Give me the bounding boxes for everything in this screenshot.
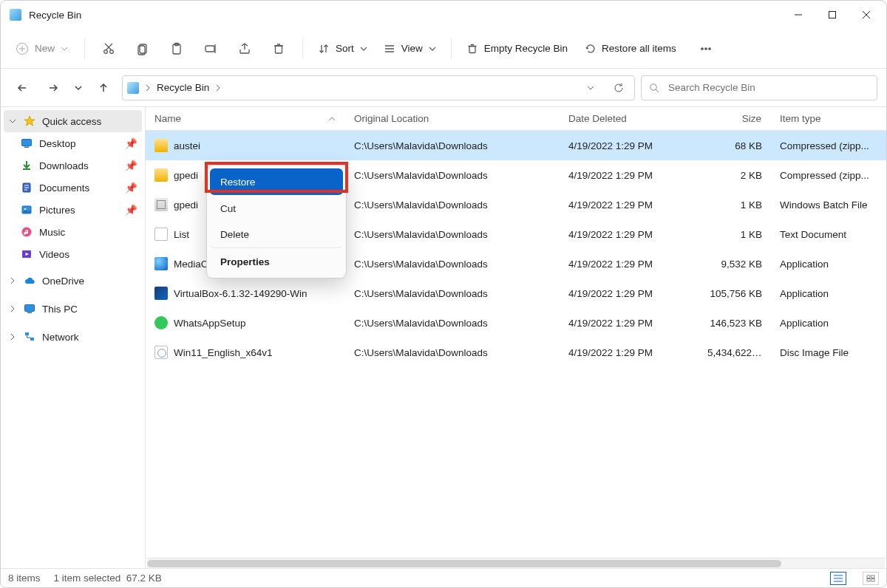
file-size: 68 KB [699, 140, 771, 151]
sidebar-item-label: Videos [39, 249, 69, 260]
column-headers: Name Original Location Date Deleted Size… [146, 107, 886, 131]
status-selection-size: 67.2 KB [126, 572, 162, 584]
file-name: austei [174, 140, 200, 151]
file-date-deleted: 4/19/2022 1:29 PM [560, 140, 699, 151]
toolbar: New Sort View Empty Recycle Bin Restore … [1, 29, 886, 69]
svg-rect-56 [871, 575, 874, 578]
new-button[interactable]: New [8, 38, 75, 60]
context-menu-delete[interactable]: Delete [210, 222, 343, 248]
maximize-button[interactable] [815, 3, 849, 27]
file-icon [154, 257, 168, 270]
table-row[interactable]: WhatsAppSetupC:\Users\Malavida\Downloads… [146, 308, 886, 338]
sidebar-item-this-pc[interactable]: This PC [4, 298, 142, 320]
file-icon [154, 228, 168, 241]
star-icon [23, 114, 36, 128]
svg-point-27 [704, 47, 706, 49]
titlebar: Recycle Bin [1, 1, 886, 29]
sidebar-item-network[interactable]: Network [4, 326, 142, 348]
context-menu-properties[interactable]: Properties [210, 248, 343, 275]
search-input[interactable] [667, 81, 869, 94]
rename-button[interactable] [196, 34, 225, 64]
horizontal-scrollbar[interactable] [147, 558, 885, 568]
sidebar-item-downloads[interactable]: Downloads 📌 [16, 154, 142, 177]
file-name: gpedi [174, 199, 198, 211]
address-history-button[interactable] [580, 77, 602, 99]
column-header-label: Size [742, 113, 761, 124]
sidebar-item-quick-access[interactable]: Quick access [4, 110, 142, 132]
column-header-item-type[interactable]: Item type [771, 107, 886, 130]
status-bar: 8 items 1 item selected 67.2 KB [1, 568, 886, 587]
context-menu-label: Restore [220, 177, 255, 188]
paste-button[interactable] [162, 34, 191, 64]
recent-locations-button[interactable] [72, 75, 85, 100]
thumbnails-view-button[interactable] [863, 572, 879, 585]
sidebar-item-label: This PC [42, 304, 78, 315]
window-controls [781, 3, 883, 27]
svg-point-32 [650, 83, 656, 89]
cloud-icon [23, 274, 36, 287]
context-menu-cut[interactable]: Cut [210, 195, 343, 222]
copy-button[interactable] [128, 34, 157, 64]
file-name: Win11_English_x64v1 [174, 347, 273, 358]
more-button[interactable] [691, 34, 721, 64]
close-button[interactable] [849, 3, 883, 27]
svg-point-8 [110, 49, 114, 53]
scrollbar-thumb[interactable] [147, 560, 781, 567]
column-header-label: Original Location [354, 113, 429, 124]
cut-button[interactable] [94, 34, 123, 64]
breadcrumb[interactable]: Recycle Bin [157, 82, 209, 93]
forward-button[interactable] [41, 75, 66, 100]
up-button[interactable] [91, 75, 116, 100]
file-size: 2 KB [699, 170, 771, 181]
breadcrumb-label: Recycle Bin [157, 82, 209, 93]
sidebar-item-documents[interactable]: Documents 📌 [16, 177, 142, 199]
sort-menu[interactable]: Sort [312, 38, 373, 59]
sidebar-item-desktop[interactable]: Desktop 📌 [16, 132, 142, 154]
details-view-button[interactable] [830, 572, 846, 585]
file-date-deleted: 4/19/2022 1:29 PM [560, 288, 699, 299]
file-size: 146,523 KB [699, 318, 771, 329]
file-size: 1 KB [699, 229, 771, 240]
context-menu-label: Cut [220, 203, 236, 214]
file-location: C:\Users\Malavida\Downloads [345, 199, 560, 211]
refresh-button[interactable] [608, 77, 630, 99]
chevron-down-icon[interactable] [8, 117, 17, 125]
navigation-pane: Quick access Desktop 📌 Downloads 📌 Docum… [1, 107, 146, 568]
svg-rect-57 [867, 578, 870, 581]
column-header-original-location[interactable]: Original Location [345, 107, 560, 130]
new-button-label: New [35, 43, 55, 54]
minimize-button[interactable] [781, 3, 815, 27]
address-bar[interactable]: Recycle Bin [122, 75, 635, 100]
view-menu[interactable]: View [378, 38, 442, 59]
search-box[interactable] [641, 75, 877, 100]
table-row[interactable]: austeiC:\Users\Malavida\Downloads4/19/20… [146, 131, 886, 160]
context-menu: Restore Cut Delete Properties [206, 165, 347, 278]
restore-all-button[interactable]: Restore all items [578, 38, 682, 59]
sidebar-item-videos[interactable]: Videos [16, 243, 142, 265]
table-row[interactable]: VirtualBox-6.1.32-149290-WinC:\Users\Mal… [146, 278, 886, 308]
delete-button[interactable] [264, 34, 293, 64]
chevron-right-icon[interactable] [8, 277, 17, 284]
chevron-right-icon[interactable] [8, 305, 17, 312]
column-header-date-deleted[interactable]: Date Deleted [560, 107, 699, 130]
empty-recycle-bin-button[interactable]: Empty Recycle Bin [461, 38, 574, 59]
recycle-bin-icon [10, 9, 21, 21]
pin-icon: 📌 [125, 137, 137, 149]
videos-icon [20, 247, 33, 261]
column-header-size[interactable]: Size [699, 107, 771, 130]
file-name: VirtualBox-6.1.32-149290-Win [174, 288, 307, 299]
file-name: WhatsAppSetup [174, 318, 246, 329]
share-button[interactable] [230, 34, 259, 64]
file-type: Compressed (zipp... [771, 140, 886, 151]
table-row[interactable]: Win11_English_x64v1C:\Users\Malavida\Dow… [146, 338, 886, 367]
file-location: C:\Users\Malavida\Downloads [345, 347, 560, 358]
context-menu-restore[interactable]: Restore [210, 168, 343, 195]
back-button[interactable] [10, 75, 35, 100]
file-size: 1 KB [699, 199, 771, 211]
file-icon [154, 346, 168, 359]
sidebar-item-music[interactable]: Music [16, 221, 142, 243]
column-header-name[interactable]: Name [146, 107, 345, 130]
chevron-right-icon[interactable] [8, 333, 17, 341]
sidebar-item-pictures[interactable]: Pictures 📌 [16, 199, 142, 221]
sidebar-item-onedrive[interactable]: OneDrive [4, 270, 142, 292]
